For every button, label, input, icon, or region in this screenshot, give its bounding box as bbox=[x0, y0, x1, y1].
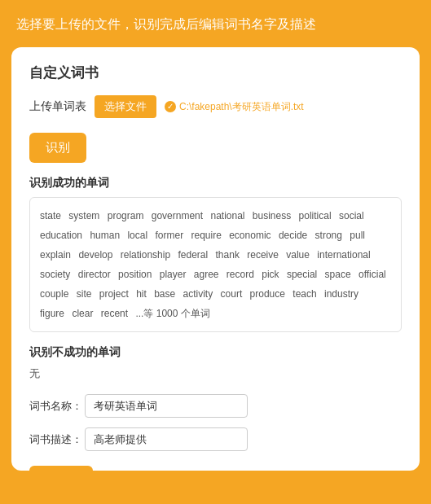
desc-form-row: 词书描述： bbox=[29, 427, 402, 451]
word-pull: pull bbox=[350, 230, 365, 241]
word-clear: clear bbox=[72, 308, 93, 319]
word-agree: agree bbox=[194, 269, 219, 280]
file-path-display: ✓ C:\fakepath\考研英语单词.txt bbox=[165, 100, 304, 114]
word-government: government bbox=[152, 210, 203, 221]
fail-words-value: 无 bbox=[29, 366, 402, 381]
word-recent: recent bbox=[101, 308, 128, 319]
word-pick: pick bbox=[262, 269, 279, 280]
word-space: space bbox=[325, 269, 351, 280]
desc-label: 词书描述： bbox=[29, 432, 85, 447]
success-words-box: state system program government national… bbox=[29, 197, 402, 332]
word-develop: develop bbox=[78, 249, 112, 261]
word-local: local bbox=[127, 230, 147, 241]
word-project: project bbox=[99, 288, 129, 300]
main-card: 自定义词书 上传单词表 选择文件 ✓ C:\fakepath\考研英语单词.tx… bbox=[11, 47, 420, 471]
word-international: international bbox=[317, 249, 370, 261]
word-thank: thank bbox=[216, 249, 240, 261]
word-program: program bbox=[108, 210, 144, 221]
word-industry: industry bbox=[324, 288, 358, 300]
word-figure: figure bbox=[40, 308, 64, 319]
word-court: court bbox=[221, 288, 243, 300]
upload-row: 上传单词表 选择文件 ✓ C:\fakepath\考研英语单词.txt bbox=[29, 95, 402, 118]
word-strong: strong bbox=[315, 230, 342, 241]
desc-input[interactable] bbox=[85, 427, 248, 451]
confirm-button[interactable]: 确认 bbox=[29, 466, 93, 471]
word-official: official bbox=[358, 269, 386, 280]
word-produce: produce bbox=[250, 288, 285, 300]
word-site: site bbox=[77, 288, 92, 300]
upload-label: 上传单词表 bbox=[29, 99, 86, 114]
word-political: political bbox=[299, 210, 332, 221]
file-path-text: C:\fakepath\考研英语单词.txt bbox=[179, 100, 304, 114]
word-state: state bbox=[40, 210, 61, 221]
word-system: system bbox=[68, 210, 99, 221]
word-society: society bbox=[40, 269, 70, 280]
word-hit: hit bbox=[136, 288, 147, 300]
word-former: former bbox=[155, 230, 183, 241]
word-business: business bbox=[253, 210, 291, 221]
word-receive: receive bbox=[247, 249, 279, 261]
check-icon: ✓ bbox=[165, 101, 176, 112]
word-special: special bbox=[287, 269, 317, 280]
name-input[interactable] bbox=[85, 394, 248, 418]
word-teach: teach bbox=[292, 288, 316, 300]
word-activity: activity bbox=[183, 288, 213, 300]
word-record: record bbox=[226, 269, 254, 280]
word-position: position bbox=[118, 269, 152, 280]
success-section-title: 识别成功的单词 bbox=[29, 176, 402, 191]
recognize-button[interactable]: 识别 bbox=[29, 133, 86, 163]
word-relationship: relationship bbox=[121, 249, 170, 261]
word-federal: federal bbox=[178, 249, 208, 261]
name-label: 词书名称： bbox=[29, 399, 85, 414]
page-description: 选择要上传的文件，识别完成后编辑词书名字及描述 bbox=[16, 17, 316, 31]
word-economic: economic bbox=[229, 230, 270, 241]
word-education: education bbox=[40, 230, 82, 241]
word-value: value bbox=[286, 249, 310, 261]
word-base: base bbox=[154, 288, 175, 300]
word-explain: explain bbox=[40, 249, 71, 261]
word-couple: couple bbox=[40, 288, 68, 300]
words-suffix: ...等 1000 个单词 bbox=[135, 308, 209, 319]
word-human: human bbox=[90, 230, 120, 241]
word-decide: decide bbox=[279, 230, 307, 241]
word-national: national bbox=[210, 210, 244, 221]
word-player: player bbox=[160, 269, 187, 280]
card-title: 自定义词书 bbox=[29, 64, 402, 82]
choose-file-button[interactable]: 选择文件 bbox=[95, 95, 156, 118]
word-require: require bbox=[191, 230, 221, 241]
page-header: 选择要上传的文件，识别完成后编辑词书名字及描述 bbox=[0, 0, 431, 47]
fail-section-title: 识别不成功的单词 bbox=[29, 345, 402, 360]
word-social: social bbox=[339, 210, 364, 221]
name-form-row: 词书名称： bbox=[29, 394, 402, 418]
word-director: director bbox=[78, 269, 111, 280]
